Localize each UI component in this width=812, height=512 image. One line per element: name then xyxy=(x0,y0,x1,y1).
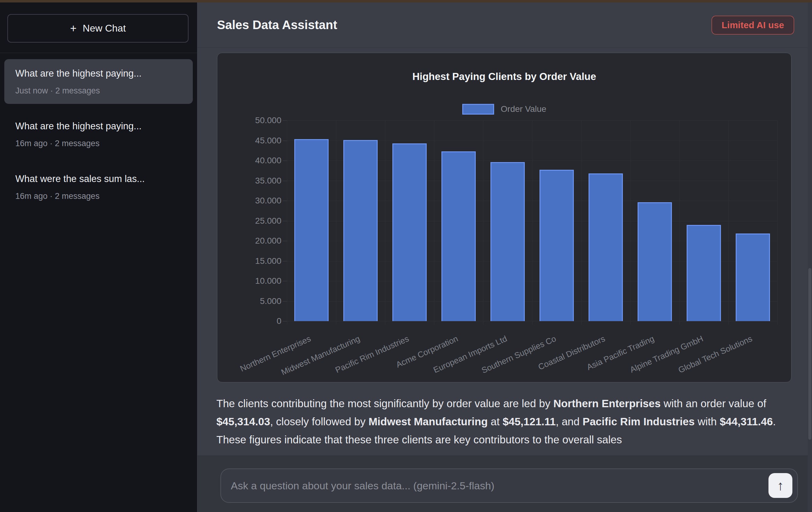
chat-title: What are the highest paying... xyxy=(15,68,182,79)
x-axis-category-label: European Imports Ltd xyxy=(420,334,509,380)
x-axis-category-label: Pacific Rim Industries xyxy=(322,334,410,380)
limited-ai-use-badge: Limited AI use xyxy=(712,16,794,35)
bar-chart-plot-area: 05.00010.00015.00020.00025.00030.00035.0… xyxy=(287,120,777,321)
bar-northern-enterprises[interactable] xyxy=(294,139,328,321)
sidebar-header: + New Chat xyxy=(0,2,197,53)
y-axis-tick-label: 25.000 xyxy=(232,217,281,225)
x-axis-category-label: Global Tech Solutions xyxy=(666,334,754,380)
y-axis-tick-label: 50.000 xyxy=(232,116,281,125)
chat-meta: 16m ago · 2 messages xyxy=(15,138,182,149)
bar-alpine-trading-gmbh[interactable] xyxy=(687,225,721,321)
legend-label: Order Value xyxy=(501,104,547,114)
bar-pacific-rim-industries[interactable] xyxy=(393,143,427,321)
main-content: Highest Paying Clients by Order Value Or… xyxy=(197,48,812,456)
x-axis-category-label: Southern Supplies Co xyxy=(470,334,558,380)
app-window: + New Chat What are the highest paying..… xyxy=(0,0,812,512)
summary-bold-text: Pacific Rim Industries xyxy=(583,416,695,427)
main-header: Sales Data Assistant Limited AI use xyxy=(197,2,812,48)
y-axis-tick-label: 0 xyxy=(232,317,281,325)
x-axis-category-label: Midwest Manufacturing xyxy=(273,334,361,380)
page-title: Sales Data Assistant xyxy=(217,18,337,32)
chat-list-item[interactable]: What are the highest paying... 16m ago ·… xyxy=(4,112,193,157)
bar-global-tech-solutions[interactable] xyxy=(736,234,770,321)
chat-meta: Just now · 2 messages xyxy=(15,86,182,96)
y-tick-mark xyxy=(283,261,287,261)
summary-text: with an order value of xyxy=(661,397,766,409)
x-axis-category-label: Acme Corporation xyxy=(372,334,460,380)
y-axis-tick-label: 15.000 xyxy=(232,257,281,265)
assistant-summary-text: The clients contributing the most signif… xyxy=(216,394,782,449)
chat-meta: 16m ago · 2 messages xyxy=(15,191,182,201)
chat-title: What were the sales sum las... xyxy=(15,173,182,185)
chat-list-item[interactable]: What were the sales sum las... 16m ago ·… xyxy=(4,164,193,209)
x-gridline xyxy=(483,120,484,325)
legend-swatch xyxy=(462,104,494,115)
y-axis-tick-label: 40.000 xyxy=(232,156,281,165)
y-axis-tick-label: 45.000 xyxy=(232,137,281,145)
y-axis-tick-label: 5.000 xyxy=(232,297,281,305)
summary-bold-text: Northern Enterprises xyxy=(553,397,661,409)
x-gridline xyxy=(336,120,336,325)
send-button[interactable]: ↑ xyxy=(768,473,792,498)
x-gridline xyxy=(777,120,778,325)
summary-text: , closely followed by xyxy=(270,416,369,427)
summary-text: with xyxy=(695,416,720,427)
bar-european-imports-ltd[interactable] xyxy=(490,162,525,321)
summary-text: at xyxy=(488,416,503,427)
plus-icon: + xyxy=(70,22,77,35)
x-axis-category-label: Asia Pacific Trading xyxy=(568,334,656,380)
scrollbar-thumb[interactable] xyxy=(808,268,811,440)
y-tick-mark xyxy=(283,160,287,161)
x-axis-category-label: Alpine Trading GmbH xyxy=(617,334,705,380)
y-axis-tick-label: 35.000 xyxy=(232,177,281,185)
x-gridline xyxy=(434,120,434,325)
y-axis-tick-label: 30.000 xyxy=(232,197,281,205)
x-gridline xyxy=(385,120,385,325)
question-input[interactable] xyxy=(231,469,752,502)
composer-bar: ↑ xyxy=(197,456,812,512)
y-tick-mark xyxy=(283,221,287,221)
chat-history-list: What are the highest paying... Just now … xyxy=(0,53,197,209)
composer-box: ↑ xyxy=(221,469,798,503)
x-gridline xyxy=(679,120,679,325)
y-axis-tick-label: 20.000 xyxy=(232,237,281,245)
chart-panel: Highest Paying Clients by Order Value Or… xyxy=(217,53,791,382)
bar-midwest-manufacturing[interactable] xyxy=(343,140,378,321)
bar-asia-pacific-trading[interactable] xyxy=(638,202,672,321)
x-gridline xyxy=(728,120,729,325)
x-axis-category-label: Northern Enterprises xyxy=(224,334,312,380)
y-tick-mark xyxy=(283,141,287,141)
new-chat-button[interactable]: + New Chat xyxy=(7,14,188,42)
x-axis-category-label: Coastal Distributors xyxy=(519,334,607,380)
sidebar: + New Chat What are the highest paying..… xyxy=(0,2,197,512)
scrollbar-track[interactable] xyxy=(808,2,812,512)
chart-legend: Order Value xyxy=(217,103,791,115)
summary-text: The clients contributing the most signif… xyxy=(216,397,553,409)
summary-bold-text: $45,121.11 xyxy=(503,416,556,427)
x-gridline xyxy=(287,120,287,325)
bar-acme-corporation[interactable] xyxy=(441,151,476,321)
top-accent-bar xyxy=(0,0,812,2)
y-tick-mark xyxy=(283,120,287,121)
bar-southern-supplies-co[interactable] xyxy=(540,170,574,321)
summary-bold-text: $44,311.46 xyxy=(720,416,773,427)
x-gridline xyxy=(630,120,631,325)
new-chat-label: New Chat xyxy=(83,23,126,34)
bar-coastal-distributors[interactable] xyxy=(588,174,623,321)
x-gridline xyxy=(532,120,532,325)
summary-bold-text: $45,314.03 xyxy=(216,416,270,427)
y-tick-mark xyxy=(283,321,287,322)
y-tick-mark xyxy=(283,181,287,181)
summary-bold-text: Midwest Manufacturing xyxy=(369,416,488,427)
chat-title: What are the highest paying... xyxy=(15,120,182,132)
y-tick-mark xyxy=(283,201,287,201)
send-arrow-icon: ↑ xyxy=(777,479,784,492)
summary-text: , and xyxy=(556,416,583,427)
chat-list-item[interactable]: What are the highest paying... Just now … xyxy=(4,59,193,104)
y-axis-tick-label: 10.000 xyxy=(232,277,281,285)
chart-title: Highest Paying Clients by Order Value xyxy=(217,71,791,83)
